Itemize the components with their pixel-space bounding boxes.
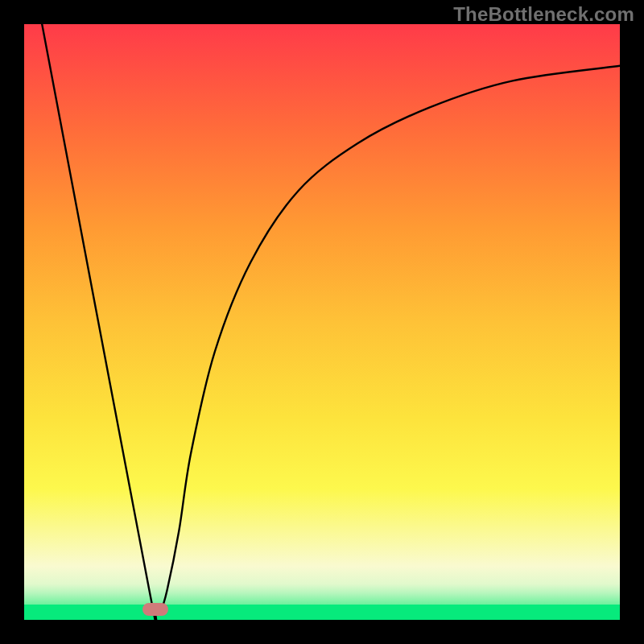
plot-area xyxy=(24,24,620,620)
bottleneck-curve xyxy=(24,24,620,620)
watermark-text: TheBottleneck.com xyxy=(453,3,634,26)
optimal-marker xyxy=(142,603,168,616)
chart-frame: TheBottleneck.com xyxy=(0,0,644,644)
